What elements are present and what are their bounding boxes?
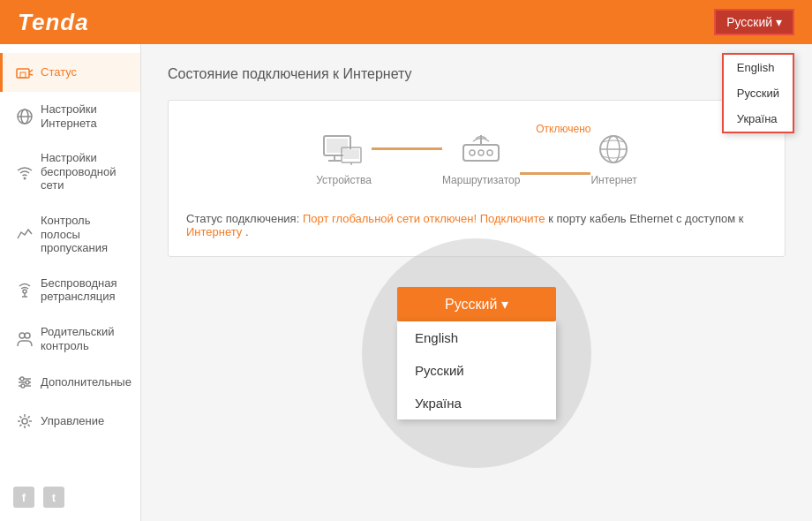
svg-point-7: [24, 177, 26, 179]
relay-icon: [16, 281, 34, 298]
sidebar-item-internet[interactable]: Настройки Интернета: [0, 92, 140, 140]
diagram-devices: Устройства: [316, 132, 372, 186]
svg-point-12: [25, 333, 30, 338]
facebook-icon[interactable]: f: [13, 487, 34, 508]
svg-rect-1: [20, 72, 26, 78]
sidebar-label-parental: Родительский контроль: [41, 325, 127, 352]
magnify-overlay: Русский ▾ English Русский Україна: [353, 238, 600, 468]
magnify-lang-russian[interactable]: Русский: [397, 354, 556, 387]
svg-point-19: [22, 419, 27, 424]
header: Tenda Русский ▾ English Русский Україна: [0, 0, 812, 44]
sidebar-label-wifi: Настройки беспроводной сети: [41, 151, 127, 193]
svg-rect-27: [463, 145, 499, 161]
logo: Tenda: [18, 9, 89, 36]
lang-option-russian[interactable]: Русский: [724, 80, 793, 106]
disconnected-label: Отключено: [536, 123, 590, 155]
main-layout: Статус Настройки Интернета: [0, 44, 812, 521]
internet-label: Интернет: [590, 174, 636, 186]
status-link-1[interactable]: Порт глобальной сети отключен! Подключит…: [303, 212, 545, 225]
diagram-router: Маршрутизатор: [442, 132, 520, 186]
router-label: Маршрутизатор: [442, 174, 520, 186]
sidebar: Статус Настройки Интернета: [0, 44, 141, 521]
twitter-icon[interactable]: t: [43, 487, 64, 508]
svg-rect-25: [343, 149, 359, 159]
sidebar-item-management[interactable]: Управление: [0, 402, 140, 441]
svg-point-18: [21, 384, 25, 388]
status-icon: [16, 64, 34, 81]
devices-label: Устройства: [316, 174, 372, 186]
internet-icon: [16, 108, 34, 125]
diagram-internet: Интернет: [590, 132, 636, 186]
magnify-lang-english[interactable]: English: [397, 321, 556, 354]
svg-point-29: [478, 150, 484, 155]
sidebar-label-status: Статус: [41, 65, 77, 79]
status-link-2[interactable]: Интернету: [186, 225, 242, 238]
internet-globe-icon: [594, 132, 634, 167]
status-text: Статус подключения: Порт глобальной сети…: [186, 212, 767, 238]
line-devices-router: [372, 147, 442, 150]
content-area: Состояние подключения к Интернету: [141, 44, 812, 521]
svg-rect-0: [17, 69, 29, 78]
sidebar-item-parental[interactable]: Родительский контроль: [0, 314, 140, 363]
connection-diagram: Устройства: [186, 123, 767, 194]
sidebar-item-relay[interactable]: Беспроводная ретрансляция: [0, 266, 140, 314]
router-icon: [459, 132, 503, 167]
devices-icon: [320, 132, 368, 167]
advanced-icon: [16, 374, 34, 391]
magnify-lang-ukraine[interactable]: Україна: [397, 387, 556, 419]
sidebar-item-bandwidth[interactable]: Контроль полосы пропускания: [0, 203, 140, 266]
svg-point-30: [487, 150, 492, 155]
sidebar-item-wifi[interactable]: Настройки беспроводной сети: [0, 140, 140, 203]
sidebar-item-advanced[interactable]: Дополнительные: [0, 363, 140, 402]
parental-icon: [16, 330, 34, 348]
svg-point-16: [20, 377, 24, 381]
status-card: Устройства: [168, 100, 786, 257]
svg-line-3: [29, 74, 33, 75]
language-dropdown: English Русский Україна: [722, 53, 794, 133]
magnify-circle: Русский ▾ English Русский Україна: [362, 238, 591, 468]
wifi-icon: [16, 163, 34, 181]
bandwidth-icon: [16, 225, 34, 243]
lang-option-ukraine[interactable]: Україна: [724, 106, 793, 132]
page-title: Состояние подключения к Интернету: [168, 66, 786, 82]
sidebar-label-management: Управление: [41, 414, 104, 428]
management-icon: [16, 412, 34, 430]
magnify-lang-button[interactable]: Русский ▾: [397, 287, 556, 321]
sidebar-label-relay: Беспроводная ретрансляция: [41, 276, 127, 304]
language-button[interactable]: Русский ▾: [714, 9, 794, 35]
sidebar-nav: Статус Настройки Интернета: [0, 53, 140, 473]
line-router-internet: [520, 172, 590, 175]
svg-point-8: [23, 290, 26, 293]
magnify-dropdown: English Русский Україна: [397, 321, 556, 419]
sidebar-item-status[interactable]: Статус: [0, 53, 140, 92]
sidebar-label-internet: Настройки Интернета: [41, 102, 127, 130]
svg-point-17: [26, 381, 29, 384]
svg-point-28: [470, 150, 475, 155]
sidebar-footer: f t: [0, 473, 140, 521]
status-prefix: Статус подключения:: [186, 212, 299, 225]
status-suffix: .: [245, 225, 249, 238]
lang-option-english[interactable]: English: [724, 55, 793, 80]
sidebar-label-advanced: Дополнительные: [41, 375, 132, 389]
sidebar-label-bandwidth: Контроль полосы пропускания: [41, 214, 127, 255]
svg-point-11: [19, 333, 25, 338]
status-mid: к порту кабель Ethernet с доступом к: [548, 212, 743, 225]
